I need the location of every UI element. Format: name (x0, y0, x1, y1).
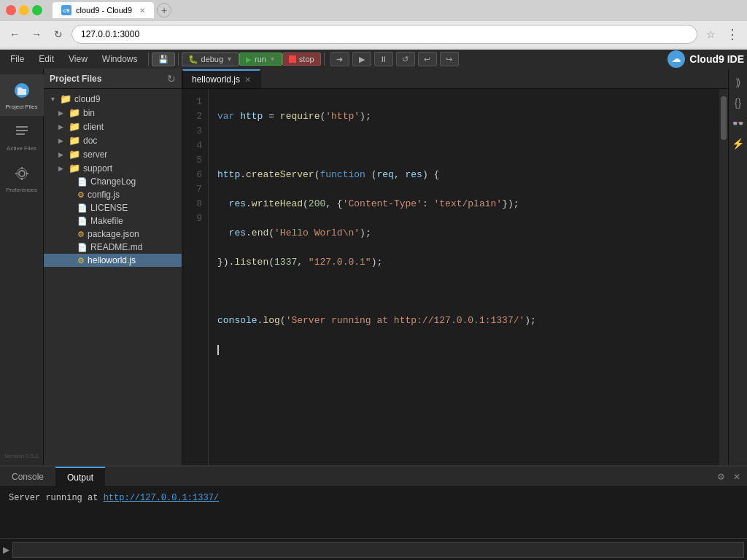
menu-windows[interactable]: Windows (95, 51, 145, 67)
minimize-btn[interactable] (19, 5, 29, 15)
run-arrow-icon: ▼ (269, 55, 276, 63)
console-output-text: Server running at (9, 493, 104, 503)
tree-item-server[interactable]: ▶ 📁 server (44, 147, 182, 161)
tree-item-doc[interactable]: ▶ 📁 doc (44, 133, 182, 147)
code-editor[interactable]: 1 2 3 4 5 6 7 8 9 var http = require('ht… (182, 89, 728, 465)
scrollbar-track (719, 89, 728, 465)
sidebar-item-active-files[interactable]: Active Files (0, 116, 44, 158)
tree-item-license[interactable]: 📄 LICENSE (44, 201, 182, 214)
action-play-btn[interactable]: ▶ (352, 52, 371, 66)
tab-output[interactable]: Output (55, 467, 105, 487)
bottom-close-icon[interactable]: ✕ (729, 470, 744, 484)
action-pause-btn[interactable]: ⏸ (374, 52, 393, 66)
ide-menubar: File Edit View Windows 💾 🐛 debug ▼ ▶ run… (0, 50, 747, 69)
scrollbar-thumb[interactable] (721, 96, 727, 140)
browser-tab[interactable]: c9 cloud9 - Cloud9 ✕ (53, 2, 154, 18)
bottom-actions: ⚙ ✕ (711, 470, 747, 484)
maximize-btn[interactable] (32, 5, 42, 15)
menu-view[interactable]: View (61, 51, 95, 67)
tree-item-label: server (83, 149, 107, 160)
sidebar-item-project-files[interactable]: Project Files (0, 74, 44, 116)
tab-title: cloud9 - Cloud9 (76, 6, 132, 15)
action-reload-btn[interactable]: ↺ (396, 52, 415, 66)
line-num-7: 7 (188, 182, 202, 197)
tree-arrow-icon: ▼ (50, 96, 57, 103)
refresh-button[interactable]: ↻ (50, 26, 67, 43)
svg-rect-1 (16, 126, 28, 128)
debug-icon: 🐛 (188, 55, 198, 64)
right-icon-4[interactable]: ⚡ (730, 136, 746, 152)
action-forward-btn[interactable]: ↪ (440, 52, 459, 66)
browser-toolbar: ← → ↻ ☆ ⋮ (0, 20, 747, 47)
settings-button[interactable]: ⋮ (724, 26, 741, 43)
folder-client-icon: 📁 (69, 121, 80, 132)
ide-container: File Edit View Windows 💾 🐛 debug ▼ ▶ run… (0, 50, 747, 560)
close-btn[interactable] (6, 5, 16, 15)
address-bar[interactable] (71, 25, 697, 44)
tree-item-label: config.js (88, 190, 120, 200)
run-button[interactable]: ▶ run ▼ (239, 52, 282, 66)
tree-item-client[interactable]: ▶ 📁 client (44, 120, 182, 133)
code-content[interactable]: var http = require('http'); http.createS… (209, 89, 719, 465)
tree-item-support[interactable]: ▶ 📁 support (44, 161, 182, 175)
preferences-icon (12, 163, 32, 184)
tab-close-button[interactable]: ✕ (244, 75, 251, 85)
separator-3 (324, 52, 325, 66)
active-files-label: Active Files (7, 145, 36, 152)
tree-item-label: helloworld.js (88, 255, 136, 265)
code-line-9 (217, 343, 711, 357)
tree-item-label: support (83, 163, 112, 174)
prompt-icon: ▶ (3, 545, 9, 555)
tree-item-label: package.json (88, 229, 139, 239)
file-changelog-icon: 📄 (77, 177, 88, 187)
tree-item-packagejson[interactable]: ⚙ package.json (44, 228, 182, 241)
tree-item-label: Makefile (90, 216, 123, 226)
tree-item-bin[interactable]: ▶ 📁 bin (44, 106, 182, 120)
folder-bin-icon: 📁 (69, 107, 80, 118)
tab-console[interactable]: Console (0, 467, 55, 487)
bottom-settings-icon[interactable]: ⚙ (713, 470, 728, 484)
code-line-2 (217, 139, 711, 153)
console-output-link[interactable]: http://127.0.0.1:1337/ (104, 493, 219, 503)
editor-scrollbar[interactable] (719, 89, 728, 465)
console-input[interactable] (12, 542, 744, 558)
menu-file[interactable]: File (3, 51, 31, 67)
file-tree-refresh-icon[interactable]: ↻ (167, 73, 176, 85)
file-readme-icon: 📄 (77, 243, 88, 252)
separator-1 (148, 52, 149, 66)
back-button[interactable]: ← (6, 26, 23, 43)
tree-item-helloworldjs[interactable]: ⚙ helloworld.js (44, 254, 182, 267)
new-tab-button[interactable]: + (157, 3, 171, 18)
tree-item-readme[interactable]: 📄 README.md (44, 241, 182, 254)
tree-item-changelog[interactable]: 📄 ChangeLog (44, 175, 182, 188)
file-helloworldjs-icon: ⚙ (77, 256, 85, 265)
toolbar-actions: ➜ ▶ ⏸ ↺ ↩ ↪ (330, 52, 459, 66)
action-arrow-btn[interactable]: ➜ (330, 52, 349, 66)
tree-item-root[interactable]: ▼ 📁 cloud9 (44, 92, 182, 106)
right-icon-1[interactable]: ⟫ (730, 74, 746, 90)
bookmark-button[interactable]: ☆ (702, 26, 719, 43)
file-tree: Project Files ↻ ▼ 📁 cloud9 ▶ 📁 bin ▶ (44, 69, 182, 465)
action-back-btn[interactable]: ↩ (418, 52, 437, 66)
right-icon-3[interactable]: 👓 (730, 115, 746, 131)
right-icon-2[interactable]: {} (730, 95, 746, 111)
tree-arrow-icon: ▶ (58, 137, 66, 144)
separator-2 (178, 52, 179, 66)
line-num-9: 9 (188, 211, 202, 226)
tree-item-makefile[interactable]: 📄 Makefile (44, 214, 182, 228)
sidebar-item-preferences[interactable]: Preferences (0, 158, 44, 199)
tree-item-configjs[interactable]: ⚙ config.js (44, 188, 182, 201)
debug-button[interactable]: 🐛 debug ▼ (182, 52, 240, 66)
stop-button[interactable]: stop (282, 52, 321, 66)
menu-edit[interactable]: Edit (31, 51, 61, 67)
tree-arrow-icon: ▶ (58, 165, 66, 172)
active-files-icon (12, 122, 32, 142)
editor-area: helloworld.js ✕ 1 2 3 4 5 6 7 8 9 var ht… (182, 69, 728, 465)
editor-tab-helloworld[interactable]: helloworld.js ✕ (182, 69, 260, 88)
tree-item-label: bin (83, 108, 95, 118)
save-button[interactable]: 💾 (152, 52, 175, 66)
run-icon: ▶ (246, 55, 252, 63)
line-num-4: 4 (188, 139, 202, 153)
tab-close-icon[interactable]: ✕ (139, 7, 145, 15)
forward-button[interactable]: → (28, 26, 45, 43)
